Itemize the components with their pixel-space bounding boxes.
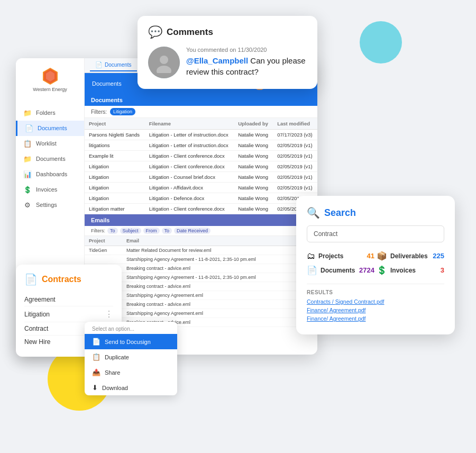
cell-email-project <box>85 255 122 264</box>
cell-email: Matter Related Document for review.eml <box>122 246 317 255</box>
documents-count: 2724 <box>359 266 374 274</box>
table-row[interactable]: Parsons Nigletti Sands Litigation - Lett… <box>85 130 317 140</box>
result-file-2[interactable]: Agreement.pdf <box>329 307 366 313</box>
cell-email: Breaking contract - advice.eml <box>122 282 317 291</box>
search-result-invoices: 💲 Invoices 3 <box>377 265 444 275</box>
results-label: RESULTS <box>307 289 444 295</box>
folder-icon: 📁 <box>23 109 32 117</box>
context-menu-duplicate[interactable]: 📋 Duplicate <box>85 349 177 365</box>
cell-project: litigations <box>85 140 145 151</box>
emails-filter-bar: Filters: To Subject From To Date Receive… <box>85 226 317 236</box>
table-row[interactable]: Example lit Litigation - Client conferen… <box>85 151 317 161</box>
documents-section-title: Documents <box>85 94 317 106</box>
contract-item-label: Contract <box>24 325 48 332</box>
search-input[interactable] <box>307 225 444 242</box>
sidebar-item-folders[interactable]: 📁 Folders <box>16 105 84 121</box>
table-row[interactable]: Litigation Litigation - Defence.docx Nat… <box>85 193 317 204</box>
download-icon: ⬇ <box>92 384 98 392</box>
result-file-3[interactable]: Agreement.pdf <box>329 315 366 322</box>
svg-point-1 <box>160 56 168 64</box>
cell-last-modified: 07/17/2023 (v3) <box>273 130 317 140</box>
breadcrumb: Documents <box>92 80 122 87</box>
contract-item[interactable]: Litigation ⋮ <box>24 306 113 322</box>
logo-text: Western Energy <box>33 87 67 93</box>
filter-chip-to[interactable]: To <box>107 228 118 234</box>
duplicate-icon: 📋 <box>92 353 100 361</box>
context-menu: Select an option... 📄 Send to Docusign 📋… <box>85 322 177 395</box>
deliverables-count: 225 <box>433 252 444 260</box>
comment-date: You commented on 11/30/2020 <box>186 47 307 53</box>
comment-mention: @Ella_Campbell <box>186 56 248 65</box>
cell-uploaded-by: Natalie Wong <box>234 151 273 161</box>
col-email-project: Project <box>85 236 122 246</box>
context-menu-download[interactable]: ⬇ Download <box>85 380 177 395</box>
cell-uploaded-by: Natalie Wong <box>234 161 273 172</box>
cell-last-modified: 02/05/2019 (v1) <box>273 183 317 193</box>
cell-project: Litigation <box>85 161 145 172</box>
contract-item-label: Litigation <box>24 311 50 318</box>
cell-filename: Litigation - Affidavit.docx <box>145 183 234 193</box>
sidebar-label-settings: Settings <box>36 202 57 208</box>
tab-documents[interactable]: 📄 Documents <box>90 59 137 71</box>
search-large-icon: 🔍 <box>307 206 320 219</box>
filter-chip-from[interactable]: From <box>143 228 160 234</box>
table-row[interactable]: Litigation Litigation - Client conferenc… <box>85 161 317 172</box>
search-results-grid: 🗂 Projects 41 📦 Deliverables 225 📄 Docum… <box>307 251 444 275</box>
contracts-icon: 📄 <box>24 273 38 286</box>
sidebar-nav: 📁 Folders 📄 Documents 📋 Worklist 📁 Docum… <box>16 105 84 213</box>
cell-project: Litigation <box>85 172 145 183</box>
context-menu-docusign[interactable]: 📄 Send to Docusign <box>85 334 177 349</box>
search-result-projects: 🗂 Projects 41 <box>307 251 374 261</box>
email-table-row[interactable]: TideGen Matter Related Document for revi… <box>85 246 317 255</box>
col-last-modified: Last modified <box>273 118 317 130</box>
deliverables-label: Deliverables <box>390 252 428 260</box>
comments-card: 💬 Comments You commented on 11/30/2020 @… <box>138 16 317 89</box>
filter-chip-subject[interactable]: Subject <box>120 228 141 234</box>
sidebar-label-invoices: Invoices <box>36 186 57 193</box>
email-table-row[interactable]: Starshipping Agency Agreement - 11-8-202… <box>85 255 317 264</box>
result-link-2: Finance/ Agreement.pdf <box>307 307 444 313</box>
filter-chip-to2[interactable]: To <box>162 228 172 234</box>
documents-table: Project Filename Uploaded by Last modifi… <box>85 118 317 214</box>
logo-area: Western Energy <box>33 67 67 93</box>
sidebar-item-documents2[interactable]: 📁 Documents <box>16 151 84 167</box>
deliverables-icon: 📦 <box>377 251 387 261</box>
cell-filename: Litigation - Client conference.docx <box>145 161 234 172</box>
filter-label: Filters: <box>91 109 107 115</box>
contract-item[interactable]: Agreement <box>24 293 113 306</box>
contracts-title: Contracts <box>42 275 81 284</box>
table-row[interactable]: litigations Litigation - Letter of instr… <box>85 140 317 151</box>
download-label: Download <box>102 385 128 391</box>
filter-chip-date[interactable]: Date Received <box>174 228 210 234</box>
deco-circle-teal <box>360 21 402 64</box>
docs-result-icon: 📄 <box>307 265 317 275</box>
contract-item-label: New Hire <box>24 338 50 346</box>
context-menu-share[interactable]: 📤 Share <box>85 365 177 380</box>
table-row[interactable]: Litigation Litigation - Affidavit.docx N… <box>85 183 317 193</box>
sidebar-item-dashboards[interactable]: 📊 Dashboards <box>16 167 84 182</box>
cell-email-project: TideGen <box>85 246 122 255</box>
table-row[interactable]: Litigation matter Litigation - Client co… <box>85 204 317 214</box>
contract-options-menu[interactable]: ⋮ <box>105 309 113 319</box>
result-file-1[interactable]: Signed Contract.pdf <box>335 298 385 305</box>
search-card: 🔍 Search 🗂 Projects 41 📦 Deliverables 22… <box>296 196 455 334</box>
cell-uploaded-by: Natalie Wong <box>234 183 273 193</box>
dashboards-icon: 📊 <box>23 170 32 178</box>
invoices-icon: 💲 <box>23 186 32 194</box>
sidebar-item-invoices[interactable]: 💲 Invoices <box>16 182 84 197</box>
cell-project: Litigation <box>85 183 145 193</box>
table-row[interactable]: Litigation Litigation - Counsel brief.do… <box>85 172 317 183</box>
sidebar-item-worklist[interactable]: 📋 Worklist <box>16 136 84 151</box>
cell-filename: Litigation - Letter of instruction.docx <box>145 130 234 140</box>
worklist-icon: 📋 <box>23 140 32 148</box>
litigation-filter-badge[interactable]: Litigation <box>110 108 135 115</box>
cell-filename: Litigation - Client conference.docx <box>145 151 234 161</box>
cell-project: Parsons Nigletti Sands <box>85 130 145 140</box>
sidebar-item-settings[interactable]: ⚙ Settings <box>16 197 84 213</box>
sidebar-item-documents[interactable]: 📄 Documents <box>16 121 84 136</box>
cell-filename: Litigation - Letter of instruction.docx <box>145 140 234 151</box>
sidebar-label-worklist: Worklist <box>36 140 57 147</box>
commenter-avatar <box>148 47 180 78</box>
share-icon: 📤 <box>92 368 100 376</box>
search-file-results: RESULTS Contracts / Signed Contract.pdf … <box>307 284 444 322</box>
